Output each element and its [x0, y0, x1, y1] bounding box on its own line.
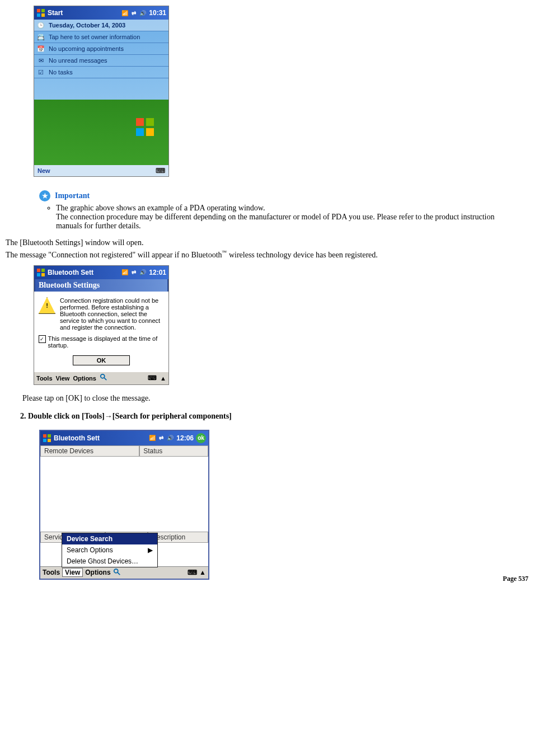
clock: 12:01	[149, 269, 166, 276]
remote-devices-list[interactable]	[40, 457, 208, 532]
paragraph-open: The [Bluetooth Settings] window will ope…	[6, 238, 528, 247]
svg-rect-17	[48, 439, 51, 442]
tap-ok-text: Please tap on [OK] to close the message.	[22, 394, 528, 403]
speaker-icon: 🔊	[139, 10, 146, 16]
speaker-icon: 🔊	[167, 435, 174, 441]
owner-row[interactable]: 📇 Tap here to set owner information	[34, 31, 168, 43]
important-label: Important	[55, 191, 90, 200]
steps-list: Double click on [Tools]→[Search for peri…	[6, 412, 528, 421]
checkbox-icon[interactable]: ✓	[39, 335, 46, 343]
tasks-icon: ☑	[36, 68, 45, 77]
windows-flag-icon	[43, 434, 51, 443]
appts-row[interactable]: 📅 No upcoming appointments	[34, 43, 168, 55]
svg-point-12	[101, 374, 105, 378]
dialog-message: Connection registration could not be per…	[60, 297, 164, 331]
col-status[interactable]: Status	[139, 445, 208, 457]
menu-search-options[interactable]: Search Options ▶	[62, 544, 157, 556]
ok-button[interactable]: OK	[73, 355, 130, 365]
owner-icon: 📇	[36, 32, 45, 41]
svg-rect-6	[136, 128, 144, 136]
sync-icon: ⇄	[159, 435, 163, 441]
start-label: Start	[48, 9, 63, 17]
svg-rect-7	[146, 128, 154, 136]
submenu-arrow-icon: ▶	[148, 546, 153, 554]
important-line2: The connection procedure may be differen…	[56, 213, 495, 230]
date-text: Tuesday, October 14, 2003	[49, 22, 125, 29]
msgs-text: No unread messages	[49, 57, 107, 64]
svg-rect-1	[41, 9, 45, 12]
date-row: 🕒 Tuesday, October 14, 2003	[34, 20, 168, 31]
step-2: Double click on [Tools]→[Search for peri…	[28, 412, 528, 421]
nodevice-b: wireless technology device has been regi…	[227, 251, 377, 259]
windows-logo-icon	[135, 117, 155, 137]
important-heading: ★ Important	[39, 190, 528, 201]
up-arrow-icon[interactable]: ▲	[199, 569, 206, 576]
signal-icon: 📶	[149, 435, 156, 441]
sip-icon[interactable]: ⌨	[156, 167, 165, 175]
clock-icon: 🕒	[36, 21, 45, 30]
col-remote[interactable]: Remote Devices	[40, 445, 139, 457]
zoom-icon[interactable]	[113, 568, 121, 577]
calendar-icon: 📅	[36, 44, 45, 53]
keyboard-icon[interactable]: ⌨	[188, 569, 197, 576]
titlebar: Bluetooth Sett 📶 ⇄ 🔊 12:06 ok	[40, 431, 208, 445]
tasks-row[interactable]: ☑ No tasks	[34, 67, 168, 78]
menu-device-search[interactable]: Device Search	[62, 533, 157, 544]
svg-rect-14	[43, 434, 46, 438]
app-title: Bluetooth Sett	[54, 434, 100, 442]
menubar: Tools View Options ⌨ ▲	[40, 566, 208, 579]
search-options-label: Search Options	[67, 546, 113, 554]
zoom-icon[interactable]	[100, 373, 110, 383]
svg-rect-0	[37, 9, 40, 12]
svg-rect-11	[41, 273, 45, 276]
svg-line-13	[104, 378, 106, 380]
footer-bar: New ⌨	[34, 165, 168, 176]
appts-text: No upcoming appointments	[49, 45, 124, 52]
menu-view[interactable]: View	[62, 568, 83, 577]
ok-badge-icon[interactable]: ok	[196, 433, 206, 443]
up-arrow-icon[interactable]: ▲	[160, 375, 166, 382]
menu-view[interactable]: View	[56, 375, 70, 382]
dialog-body: ! Connection registration could not be p…	[34, 292, 168, 331]
signal-icon: 📶	[121, 10, 128, 16]
signal-icon: 📶	[121, 269, 128, 275]
svg-rect-15	[48, 434, 51, 438]
menu-tools[interactable]: Tools	[36, 375, 53, 382]
warning-icon: !	[39, 297, 55, 314]
svg-rect-10	[37, 273, 40, 276]
checkbox-label: This message is displayed at the time of…	[48, 335, 164, 349]
menu-delete-ghost[interactable]: Delete Ghost Devices…	[62, 556, 157, 567]
paragraph-nodevice: The message "Connection not registered" …	[6, 250, 528, 260]
msgs-row[interactable]: ✉ No unread messages	[34, 55, 168, 67]
important-line1: The graphic above shows an example of a …	[56, 204, 265, 212]
startup-checkbox-row[interactable]: ✓ This message is displayed at the time …	[34, 331, 168, 353]
nodevice-a: The message "Connection not registered" …	[6, 251, 222, 259]
svg-rect-2	[37, 13, 40, 17]
tasks-text: No tasks	[49, 69, 73, 76]
keyboard-icon[interactable]: ⌨	[148, 374, 157, 382]
menu-tools[interactable]: Tools	[43, 569, 60, 576]
list-header-top: Remote Devices Status	[40, 445, 208, 457]
delete-ghost-label: Delete Ghost Devices…	[67, 557, 138, 565]
svg-rect-16	[43, 439, 46, 442]
sync-icon: ⇄	[132, 269, 136, 275]
clock: 12:06	[176, 434, 194, 442]
speaker-icon: 🔊	[139, 269, 146, 275]
titlebar: Bluetooth Sett 📶 ⇄ 🔊 12:01	[34, 266, 168, 279]
svg-point-18	[114, 569, 118, 572]
new-link[interactable]: New	[38, 167, 50, 174]
windows-flag-icon	[36, 268, 45, 277]
svg-line-19	[117, 572, 119, 575]
app-title: Bluetooth Sett	[48, 269, 93, 276]
menu-options[interactable]: Options	[73, 375, 96, 382]
windows-flag-icon	[36, 8, 45, 17]
important-item: The graphic above shows an example of a …	[56, 204, 517, 231]
menu-options[interactable]: Options	[85, 569, 110, 576]
svg-rect-5	[146, 118, 154, 126]
svg-rect-8	[37, 269, 40, 272]
window-subtitle: Bluetooth Settings	[34, 279, 168, 292]
svg-rect-3	[41, 13, 45, 17]
tools-popup-menu: Device Search Search Options ▶ Delete Gh…	[62, 533, 158, 567]
device-search-label: Device Search	[67, 535, 113, 543]
info-star-icon: ★	[39, 190, 50, 201]
